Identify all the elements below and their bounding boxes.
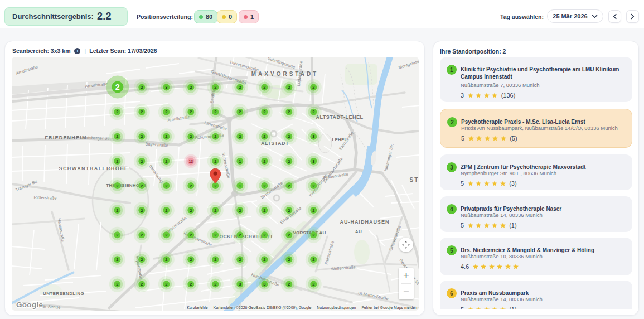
svg-text:2: 2 [165,208,167,213]
svg-text:2: 2 [190,85,192,90]
svg-text:2: 2 [312,282,314,287]
svg-text:2: 2 [288,257,290,262]
svg-text:2: 2 [263,134,265,139]
svg-text:2: 2 [141,282,143,287]
svg-text:2: 2 [116,233,118,238]
svg-text:2: 2 [190,109,192,114]
svg-text:Ridlerstraße: Ridlerstraße [34,195,57,200]
svg-text:2: 2 [214,282,216,287]
svg-text:2: 2 [141,208,143,213]
svg-text:2: 2 [263,183,265,188]
svg-text:3: 3 [165,85,167,90]
svg-text:2: 2 [214,85,216,90]
svg-text:2: 2 [165,109,167,114]
svg-text:2: 2 [239,233,241,238]
svg-text:2: 2 [165,134,167,139]
svg-text:2: 2 [214,109,216,114]
svg-text:Arnulfstraße: Arnulfstraße [15,64,38,76]
svg-text:2: 2 [214,159,216,164]
svg-text:2: 2 [239,208,241,213]
svg-text:2: 2 [116,134,118,139]
svg-text:2: 2 [141,159,143,164]
svg-text:2: 2 [190,208,192,213]
svg-text:2: 2 [239,134,241,139]
svg-text:3: 3 [239,282,241,287]
svg-text:AU-HAIDHAUSEN: AU-HAIDHAUSEN [340,219,390,225]
svg-text:2: 2 [141,257,143,262]
svg-text:2: 2 [214,183,216,188]
svg-text:2: 2 [288,159,290,164]
svg-text:2: 2 [214,208,216,213]
svg-text:2: 2 [116,183,118,188]
svg-text:MAXVORSTADT: MAXVORSTADT [251,71,318,77]
svg-text:2: 2 [190,233,192,238]
svg-text:Ismaninger Str.: Ismaninger Str. [383,143,395,172]
svg-text:2: 2 [141,183,143,188]
svg-text:2: 2 [239,257,241,262]
svg-text:2: 2 [288,183,290,188]
svg-text:UNTERSENDLING: UNTERSENDLING [43,291,84,296]
svg-text:2: 2 [214,233,216,238]
svg-text:3: 3 [312,159,314,164]
svg-text:2: 2 [141,109,143,114]
svg-text:2: 2 [263,109,265,114]
svg-text:3: 3 [263,282,265,287]
svg-text:2: 2 [165,159,167,164]
svg-text:2: 2 [312,109,314,114]
svg-text:2: 2 [239,85,241,90]
svg-text:2: 2 [116,257,118,262]
svg-text:Montgelass: Montgelass [398,59,419,70]
svg-text:2: 2 [288,134,290,139]
svg-text:2: 2 [141,134,143,139]
svg-text:2: 2 [116,208,118,213]
svg-text:2: 2 [214,257,216,262]
svg-text:2: 2 [141,85,143,90]
svg-text:2: 2 [288,85,290,90]
svg-text:2: 2 [312,257,314,262]
svg-text:1: 1 [239,183,241,188]
svg-text:2: 2 [312,183,314,188]
svg-text:2: 2 [263,208,265,213]
svg-text:2: 2 [312,233,314,238]
svg-text:2: 2 [141,233,143,238]
svg-text:2: 2 [116,159,118,164]
svg-text:2: 2 [190,282,192,287]
svg-text:2: 2 [115,83,120,91]
svg-text:2: 2 [312,208,314,213]
svg-text:2: 2 [263,85,265,90]
svg-text:2: 2 [312,85,314,90]
svg-text:1: 1 [239,159,241,164]
svg-text:2: 2 [165,282,167,287]
svg-text:2: 2 [116,109,118,114]
svg-text:2: 2 [165,233,167,238]
svg-text:2: 2 [190,134,192,139]
svg-text:ALTSTADT-LEHEL: ALTSTADT-LEHEL [316,114,363,120]
svg-text:Welfenstraße: Welfenstraße [331,264,356,272]
svg-text:2: 2 [288,282,290,287]
svg-text:2: 2 [288,109,290,114]
svg-text:ST: ST [410,177,419,183]
svg-text:2: 2 [263,233,265,238]
svg-text:2: 2 [165,183,167,188]
svg-text:2: 2 [288,233,290,238]
svg-text:2: 2 [214,134,216,139]
svg-text:AU: AU [355,229,362,234]
svg-text:2: 2 [190,183,192,188]
svg-text:2: 2 [288,208,290,213]
svg-text:13: 13 [188,160,193,163]
svg-text:2: 2 [263,159,265,164]
svg-text:2: 2 [165,257,167,262]
svg-text:2: 2 [116,282,118,287]
svg-text:2: 2 [190,257,192,262]
svg-text:2: 2 [263,257,265,262]
svg-text:3: 3 [312,134,314,139]
svg-text:2: 2 [239,109,241,114]
